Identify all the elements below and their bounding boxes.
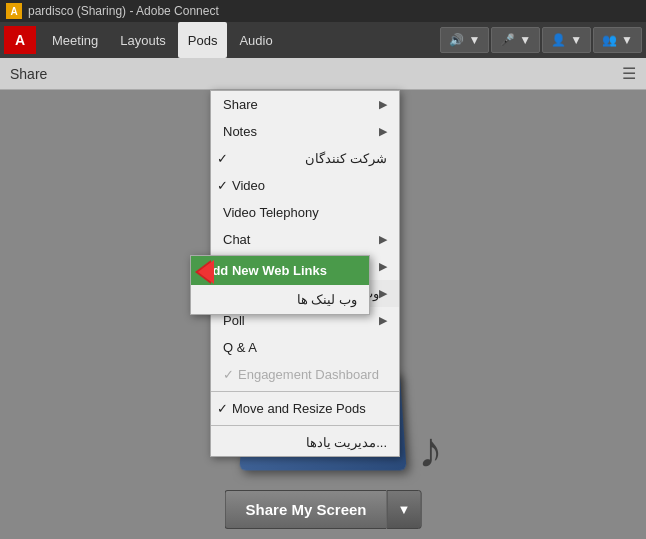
menu-separator-1	[211, 391, 399, 392]
menu-bar-controls: 🔊 ▼ 🎤 ▼ 👤 ▼ 👥 ▼	[440, 27, 642, 53]
meeting-menu[interactable]: Meeting	[42, 22, 108, 58]
window-title: pardisco (Sharing) - Adobe Connect	[28, 4, 219, 18]
weblinks-submenu: Add New Web Links وب لینک ها	[190, 255, 370, 315]
person-icon: 👥	[602, 33, 617, 47]
move-resize-check-icon: ✓	[217, 401, 228, 416]
person-button[interactable]: 👥 ▼	[593, 27, 642, 53]
pods-qa-item[interactable]: Q & A	[211, 334, 399, 361]
engagement-check-icon: ✓	[223, 367, 234, 382]
files-arrow-icon: ▶	[379, 260, 387, 273]
share-my-screen-container: Share My Screen ▼	[225, 490, 422, 529]
pods-chat-item[interactable]: Chat ▶	[211, 226, 399, 253]
mic-arrow: ▼	[519, 33, 531, 47]
volume-arrow: ▼	[468, 33, 480, 47]
pods-video-telephony-item[interactable]: Video Telephony	[211, 199, 399, 226]
mic-icon: 🎤	[500, 33, 515, 47]
volume-icon: 🔊	[449, 33, 464, 47]
pods-notes-item[interactable]: Notes ▶	[211, 118, 399, 145]
share-bar-menu-icon[interactable]: ☰	[622, 64, 636, 83]
volume-button[interactable]: 🔊 ▼	[440, 27, 489, 53]
pods-menu[interactable]: Pods	[178, 22, 228, 58]
pods-move-resize-item[interactable]: ✓ Move and Resize Pods	[211, 395, 399, 422]
video-check-icon: ✓	[217, 178, 228, 193]
share-arrow-icon: ▶	[379, 98, 387, 111]
layouts-menu[interactable]: Layouts	[110, 22, 176, 58]
pods-participants-item[interactable]: ✓ شرکت کنندگان	[211, 145, 399, 172]
menu-separator-2	[211, 425, 399, 426]
menu-bar: A Meeting Layouts Pods Audio 🔊 ▼ 🎤 ▼ 👤 ▼…	[0, 22, 646, 58]
poll-arrow-icon: ▶	[379, 314, 387, 327]
camera-icon: 👤	[551, 33, 566, 47]
share-my-screen-dropdown[interactable]: ▼	[387, 490, 422, 529]
pods-video-item[interactable]: ✓ Video	[211, 172, 399, 199]
app-icon: A	[6, 3, 22, 19]
weblinks-rtl-item[interactable]: وب لینک ها	[191, 285, 369, 314]
weblinks-arrow-icon: ▶	[379, 287, 387, 300]
pods-engagement-item: ✓ Engagement Dashboard	[211, 361, 399, 388]
notes-arrow-icon: ▶	[379, 125, 387, 138]
title-bar: A pardisco (Sharing) - Adobe Connect	[0, 0, 646, 22]
share-bar-title: Share	[10, 66, 47, 82]
person-arrow: ▼	[621, 33, 633, 47]
add-new-weblinks-item[interactable]: Add New Web Links	[191, 256, 369, 285]
camera-button[interactable]: 👤 ▼	[542, 27, 591, 53]
pods-share-item[interactable]: Share ▶	[211, 91, 399, 118]
arrow-indicator2	[198, 260, 214, 284]
share-my-screen-button[interactable]: Share My Screen	[225, 490, 387, 529]
mic-button[interactable]: 🎤 ▼	[491, 27, 540, 53]
share-screen-arrow-icon: ▼	[398, 502, 411, 517]
music-note-icon: ♪	[418, 421, 443, 479]
audio-menu[interactable]: Audio	[229, 22, 282, 58]
pods-manage-item[interactable]: ...مدیریت یادها	[211, 429, 399, 456]
chat-arrow-icon: ▶	[379, 233, 387, 246]
share-bar: Share ☰	[0, 58, 646, 90]
main-area: ♪ Share ▶ Notes ▶ ✓ شرکت کنندگان ✓ Video…	[0, 90, 646, 539]
participants-check-icon: ✓	[217, 151, 228, 166]
camera-arrow: ▼	[570, 33, 582, 47]
adobe-logo: A	[4, 26, 36, 54]
